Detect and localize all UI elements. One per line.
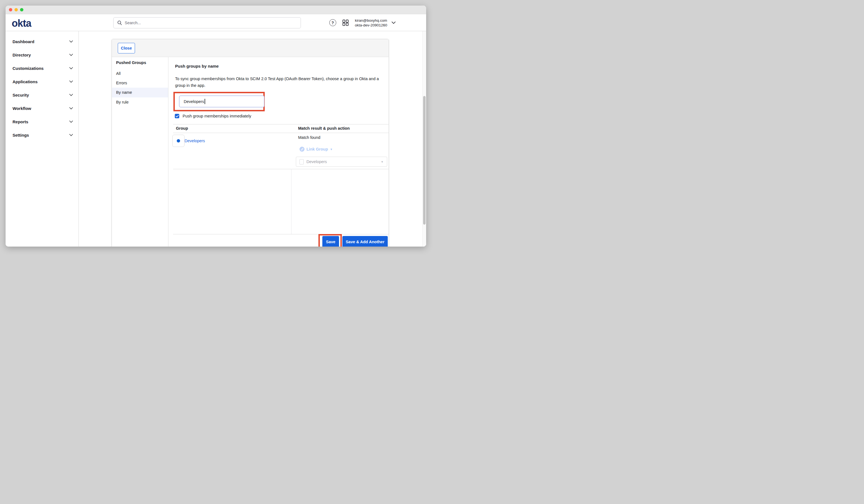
nav-item-by-rule[interactable]: By rule: [112, 97, 168, 107]
sidebar-item-security[interactable]: Security: [5, 88, 79, 101]
form-description: To sync group memberships from Okta to S…: [175, 75, 383, 89]
okta-logo: okta: [12, 17, 31, 29]
window-zoom-icon[interactable]: [20, 8, 23, 11]
sidebar-item-customizations[interactable]: Customizations: [5, 61, 79, 75]
chevron-down-icon: [392, 22, 396, 24]
group-name-input[interactable]: Developers: [179, 95, 264, 107]
nav-item-errors[interactable]: Errors: [112, 78, 168, 88]
group-logo-tile: [172, 135, 184, 147]
chevron-down-icon: [69, 107, 73, 109]
highlight-box-input: Developers: [173, 92, 265, 111]
checkmark-icon: [176, 115, 179, 118]
form-title: Push groups by name: [175, 64, 219, 69]
main-content: Close Pushed Groups All Errors By name B…: [79, 31, 426, 247]
sidebar-item-reports[interactable]: Reports: [5, 115, 79, 128]
group-name-value: Developers: [184, 99, 204, 104]
apps-grid-button[interactable]: [342, 19, 349, 26]
push-groups-panel: Close Pushed Groups All Errors By name B…: [112, 39, 389, 247]
sidebar-item-applications[interactable]: Applications: [5, 75, 79, 88]
caret-down-icon: ▼: [330, 148, 333, 151]
chevron-down-icon: [69, 81, 73, 83]
nav-item-all[interactable]: All: [112, 69, 168, 79]
search-placeholder: Search...: [125, 21, 141, 25]
sidebar: Dashboard Directory Customizations Appli…: [5, 31, 79, 247]
push-by-name-form: Push groups by name To sync group member…: [168, 57, 389, 247]
search-input[interactable]: Search...: [113, 17, 301, 28]
sidebar-item-dashboard[interactable]: Dashboard: [5, 35, 79, 48]
chevron-down-icon: [69, 134, 73, 136]
chevron-down-icon: [69, 120, 73, 123]
caret-down-icon: ▼: [381, 160, 384, 163]
okta-group-icon: [177, 139, 180, 143]
link-group-label: Link Group: [307, 147, 328, 152]
chevron-down-icon: [69, 54, 73, 56]
window-titlebar: [5, 5, 426, 14]
app-group-dropdown[interactable]: Developers ▼: [296, 157, 387, 167]
scrollbar-thumb[interactable]: [423, 96, 425, 225]
table-header-top-border: [173, 124, 389, 124]
account-menu[interactable]: kiran@boxyhq.com okta-dev-20901260: [355, 18, 396, 27]
table-row-bottom-border: [173, 169, 389, 169]
text-cursor: [205, 99, 205, 104]
match-status: Match found: [298, 135, 320, 140]
link-icon: [300, 147, 304, 152]
push-immediately-checkbox[interactable]: [175, 114, 179, 118]
push-immediately-label: Push group memberships immediately: [183, 114, 251, 118]
nav-item-by-name[interactable]: By name: [112, 88, 168, 97]
browser-window: okta Search... ?: [5, 5, 426, 247]
account-org: okta-dev-20901260: [355, 23, 387, 27]
app-group-placeholder-icon: [300, 159, 304, 165]
link-group-button[interactable]: Link Group ▼: [300, 147, 333, 152]
chevron-down-icon: [69, 40, 73, 43]
account-email: kiran@boxyhq.com: [355, 18, 387, 23]
app-group-value: Developers: [307, 159, 378, 164]
scrollbar-track[interactable]: [422, 31, 426, 247]
chevron-down-icon: [69, 94, 73, 96]
help-button[interactable]: ?: [329, 19, 336, 26]
close-button[interactable]: Close: [118, 43, 135, 53]
window-minimize-icon[interactable]: [14, 8, 18, 11]
pushed-groups-title: Pushed Groups: [116, 60, 146, 65]
save-add-another-button[interactable]: Save & Add Another: [343, 236, 388, 247]
highlight-box-save: [319, 234, 342, 247]
table-header-bottom-border: [173, 133, 389, 133]
app-header: okta Search... ?: [5, 14, 426, 31]
grid-icon: [342, 19, 349, 26]
sidebar-item-directory[interactable]: Directory: [5, 48, 79, 61]
table-column-divider: [291, 169, 291, 234]
chevron-down-icon: [69, 67, 73, 69]
sidebar-item-settings[interactable]: Settings: [5, 128, 79, 142]
group-link[interactable]: Developers: [184, 139, 205, 143]
column-header-match: Match result & push action: [298, 126, 350, 131]
window-close-icon[interactable]: [9, 8, 12, 11]
search-icon: [117, 20, 122, 25]
pushed-groups-nav: Pushed Groups All Errors By name By rule: [112, 57, 168, 247]
column-header-group: Group: [176, 126, 188, 131]
panel-header: Close: [112, 39, 388, 57]
sidebar-item-workflow[interactable]: Workflow: [5, 101, 79, 115]
